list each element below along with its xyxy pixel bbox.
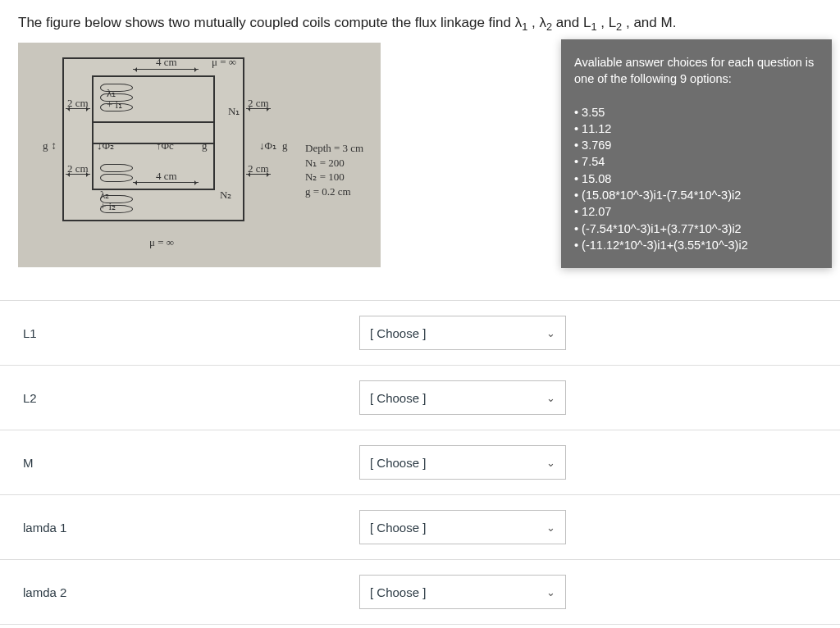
dim-4cm-top-arrow: [133, 69, 199, 70]
choose-dropdown-l2[interactable]: [ Choose ] ⌄: [359, 380, 566, 415]
g-left: g↔: [43, 139, 59, 152]
phi2-label: ↓Φ₂: [97, 139, 114, 152]
phic-label: ↑Φc: [156, 139, 174, 152]
g-mid: g: [202, 139, 208, 152]
dim-2cm-l1: 2 cm: [67, 97, 89, 110]
choose-text: [ Choose ]: [370, 456, 426, 470]
coil-n1c: [100, 103, 133, 111]
param-n2: N₂ = 100: [305, 170, 363, 184]
param-n1: N₁ = 200: [305, 156, 363, 171]
dim-2cm-r2: 2 cm: [248, 162, 269, 175]
g-right: g: [282, 139, 288, 152]
answer-label: lamda 1: [23, 521, 359, 535]
q-L1s: 1: [591, 20, 596, 33]
mu-inf-bot: μ = ∞: [149, 236, 174, 249]
opt: 3.55: [574, 104, 819, 121]
answer-label: L2: [23, 391, 359, 405]
opt: (-7.54*10^-3)i1+(3.77*10^-3)i2: [574, 221, 819, 237]
dim-4cm-bot: 4 cm: [156, 170, 177, 183]
q-l2: λ: [540, 15, 547, 30]
answer-row-l1: L1 [ Choose ] ⌄: [0, 300, 840, 366]
opt: 3.769: [574, 137, 819, 153]
opt: 15.08: [574, 171, 819, 187]
chevron-down-icon: ⌄: [546, 457, 555, 469]
dim-2cm-r1: 2 cm: [248, 97, 269, 110]
q-L2s: 2: [616, 20, 622, 33]
coil-n1a: [100, 84, 133, 92]
param-g: g = 0.2 cm: [305, 184, 363, 199]
coil-n2c: [100, 195, 133, 203]
q-l2pre: , L: [600, 15, 616, 30]
chevron-down-icon: ⌄: [546, 392, 555, 404]
opt: 11.12: [574, 121, 819, 137]
n1-label: N₁: [228, 105, 240, 118]
chevron-down-icon: ⌄: [546, 327, 555, 339]
chevron-down-icon: ⌄: [546, 521, 555, 534]
mu-inf-top: μ = ∞: [212, 56, 236, 69]
choose-text: [ Choose ]: [370, 391, 426, 405]
figure-image: 4 cm 4 cm μ = ∞ μ = ∞ 2 cm 2 cm 2 cm 2 c…: [18, 43, 381, 267]
q-l1: λ: [515, 15, 523, 30]
answer-row-lamda2: lamda 2 [ Choose ] ⌄: [0, 560, 840, 625]
q-tail: , and M.: [626, 15, 676, 30]
coil-n2d: [100, 205, 133, 213]
q-c1: ,: [532, 15, 539, 30]
choose-text: [ Choose ]: [370, 326, 426, 340]
choose-dropdown-lamda1[interactable]: [ Choose ] ⌄: [359, 510, 566, 544]
choose-dropdown-lamda2[interactable]: [ Choose ] ⌄: [359, 575, 566, 609]
answer-row-m: M [ Choose ] ⌄: [0, 430, 840, 495]
answer-row-lamda1: lamda 1 [ Choose ] ⌄: [0, 495, 840, 560]
chevron-down-icon: ⌄: [546, 586, 555, 598]
tooltip-intro: Avaliable answer choices for each questi…: [574, 54, 819, 88]
q-mid: and L: [556, 15, 591, 30]
q-prefix: The figure below shows two mutually coup…: [18, 15, 515, 30]
q-l2s: 2: [546, 20, 552, 33]
coil-n1b: [100, 93, 133, 102]
q-l1s: 1: [522, 20, 527, 33]
answer-label: M: [23, 456, 359, 470]
dim-2cm-l2: 2 cm: [67, 162, 89, 175]
coil-n2b: [100, 174, 133, 182]
choose-text: [ Choose ]: [370, 521, 426, 535]
tooltip-options: 3.55 11.12 3.769 7.54 15.08 (15.08*10^-3…: [574, 104, 819, 254]
choose-dropdown-m[interactable]: [ Choose ] ⌄: [359, 445, 566, 480]
answer-choices-tooltip: Avaliable answer choices for each questi…: [561, 39, 832, 268]
figure-params: Depth = 3 cm N₁ = 200 N₂ = 100 g = 0.2 c…: [305, 141, 363, 198]
answer-label: lamda 2: [23, 585, 359, 599]
param-depth: Depth = 3 cm: [305, 141, 363, 156]
choose-dropdown-l1[interactable]: [ Choose ] ⌄: [359, 316, 566, 350]
opt: (15.08*10^-3)i1-(7.54*10^-3)i2: [574, 187, 819, 203]
answer-label: L1: [23, 326, 359, 340]
coil-n2a: [100, 164, 133, 172]
answer-row-l2: L2 [ Choose ] ⌄: [0, 366, 840, 430]
phi1-label: ↓Φ₁: [259, 139, 276, 152]
opt: 7.54: [574, 153, 819, 170]
answer-rows: L1 [ Choose ] ⌄ L2 [ Choose ] ⌄ M [ Choo…: [0, 300, 840, 625]
dim-4cm-top: 4 cm: [156, 56, 177, 69]
n2-label: N₂: [220, 189, 231, 202]
choose-text: [ Choose ]: [370, 585, 426, 599]
question-text: The figure below shows two mutually coup…: [0, 0, 840, 43]
opt: (-11.12*10^-3)i1+(3.55*10^-3)i2: [574, 237, 819, 253]
opt: 12.07: [574, 203, 819, 220]
